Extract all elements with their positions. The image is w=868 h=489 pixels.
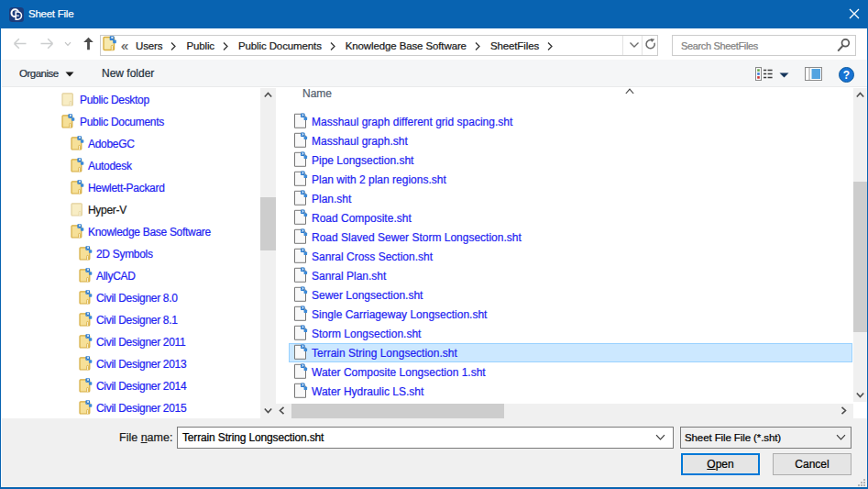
svg-text:?: ?	[843, 69, 850, 82]
